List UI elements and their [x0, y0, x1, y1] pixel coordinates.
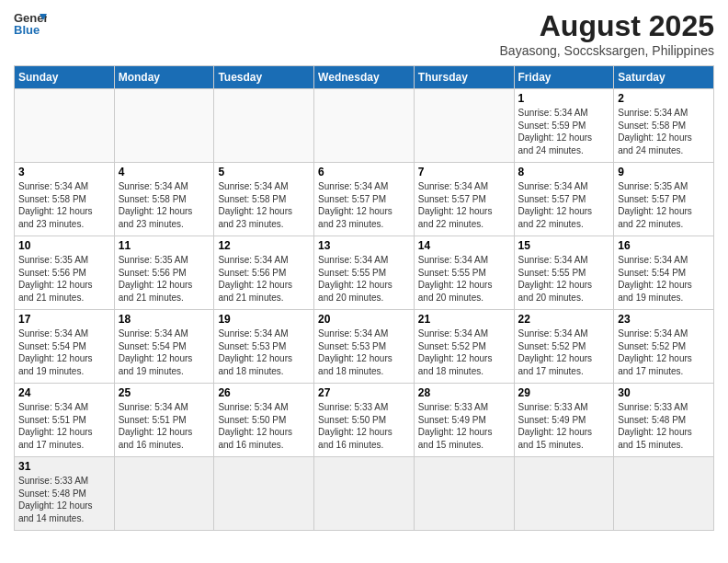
- day-info: Sunrise: 5:34 AM Sunset: 5:55 PM Dayligh…: [418, 254, 510, 304]
- page-header: General Blue August 2025 Bayasong, Soccs…: [14, 9, 714, 58]
- day-info: Sunrise: 5:34 AM Sunset: 5:51 PM Dayligh…: [18, 401, 110, 451]
- day-info: Sunrise: 5:34 AM Sunset: 5:51 PM Dayligh…: [119, 401, 210, 451]
- day-number: 18: [119, 313, 210, 326]
- calendar-cell: 11Sunrise: 5:35 AM Sunset: 5:56 PM Dayli…: [114, 236, 214, 310]
- day-number: 28: [418, 386, 510, 399]
- logo: General Blue: [14, 9, 47, 37]
- day-info: Sunrise: 5:35 AM Sunset: 5:56 PM Dayligh…: [18, 254, 110, 304]
- day-info: Sunrise: 5:34 AM Sunset: 5:56 PM Dayligh…: [218, 254, 310, 304]
- calendar-week-row: 24Sunrise: 5:34 AM Sunset: 5:51 PM Dayli…: [15, 384, 714, 457]
- day-number: 27: [318, 386, 410, 399]
- day-info: Sunrise: 5:34 AM Sunset: 5:55 PM Dayligh…: [518, 254, 610, 304]
- calendar-cell: 25Sunrise: 5:34 AM Sunset: 5:51 PM Dayli…: [114, 384, 214, 457]
- calendar-cell: [414, 89, 514, 163]
- calendar-cell: [314, 457, 415, 531]
- weekday-header: Monday: [114, 66, 214, 89]
- day-number: 19: [218, 313, 310, 326]
- day-number: 5: [218, 166, 310, 178]
- calendar-week-row: 10Sunrise: 5:35 AM Sunset: 5:56 PM Dayli…: [15, 236, 714, 310]
- calendar-cell: 31Sunrise: 5:33 AM Sunset: 5:48 PM Dayli…: [15, 457, 115, 531]
- day-number: 14: [418, 239, 510, 252]
- calendar-week-row: 31Sunrise: 5:33 AM Sunset: 5:48 PM Dayli…: [15, 457, 714, 531]
- day-info: Sunrise: 5:34 AM Sunset: 5:54 PM Dayligh…: [618, 254, 710, 304]
- day-info: Sunrise: 5:34 AM Sunset: 5:55 PM Dayligh…: [318, 254, 410, 304]
- calendar-cell: 30Sunrise: 5:33 AM Sunset: 5:48 PM Dayli…: [614, 384, 714, 457]
- calendar-week-row: 3Sunrise: 5:34 AM Sunset: 5:58 PM Daylig…: [15, 163, 714, 236]
- day-number: 29: [518, 386, 610, 399]
- calendar-cell: [614, 457, 714, 531]
- day-info: Sunrise: 5:34 AM Sunset: 5:59 PM Dayligh…: [518, 107, 610, 156]
- weekday-header: Sunday: [15, 66, 115, 89]
- weekday-header: Friday: [514, 66, 614, 89]
- weekday-header: Saturday: [614, 66, 714, 89]
- calendar-cell: [514, 457, 614, 531]
- day-number: 8: [518, 166, 610, 178]
- calendar-cell: 22Sunrise: 5:34 AM Sunset: 5:52 PM Dayli…: [514, 310, 614, 384]
- calendar-cell: 3Sunrise: 5:34 AM Sunset: 5:58 PM Daylig…: [15, 163, 115, 236]
- day-number: 26: [218, 386, 310, 399]
- day-number: 9: [618, 166, 710, 178]
- calendar-cell: 20Sunrise: 5:34 AM Sunset: 5:53 PM Dayli…: [314, 310, 415, 384]
- day-info: Sunrise: 5:34 AM Sunset: 5:50 PM Dayligh…: [218, 401, 310, 451]
- day-number: 4: [119, 166, 210, 178]
- calendar-week-row: 1Sunrise: 5:34 AM Sunset: 5:59 PM Daylig…: [15, 89, 714, 163]
- day-number: 24: [18, 386, 110, 399]
- day-number: 13: [318, 239, 410, 252]
- day-number: 22: [518, 313, 610, 326]
- calendar-cell: [314, 89, 415, 163]
- calendar-cell: 12Sunrise: 5:34 AM Sunset: 5:56 PM Dayli…: [214, 236, 314, 310]
- day-number: 7: [418, 166, 510, 178]
- calendar-cell: 29Sunrise: 5:33 AM Sunset: 5:49 PM Dayli…: [514, 384, 614, 457]
- calendar-body: 1Sunrise: 5:34 AM Sunset: 5:59 PM Daylig…: [15, 89, 714, 531]
- calendar-cell: 2Sunrise: 5:34 AM Sunset: 5:58 PM Daylig…: [614, 89, 714, 163]
- calendar-cell: [114, 89, 214, 163]
- day-number: 1: [518, 92, 610, 105]
- calendar-cell: 4Sunrise: 5:34 AM Sunset: 5:58 PM Daylig…: [114, 163, 214, 236]
- day-number: 17: [18, 313, 110, 326]
- calendar-cell: 8Sunrise: 5:34 AM Sunset: 5:57 PM Daylig…: [514, 163, 614, 236]
- day-number: 15: [518, 239, 610, 252]
- day-number: 6: [318, 166, 410, 178]
- calendar-cell: 24Sunrise: 5:34 AM Sunset: 5:51 PM Dayli…: [15, 384, 115, 457]
- day-info: Sunrise: 5:35 AM Sunset: 5:57 PM Dayligh…: [618, 180, 710, 230]
- calendar-cell: 5Sunrise: 5:34 AM Sunset: 5:58 PM Daylig…: [214, 163, 314, 236]
- weekday-header: Wednesday: [314, 66, 415, 89]
- day-info: Sunrise: 5:33 AM Sunset: 5:48 PM Dayligh…: [618, 401, 710, 451]
- calendar-cell: 6Sunrise: 5:34 AM Sunset: 5:57 PM Daylig…: [314, 163, 415, 236]
- month-title: August 2025: [500, 9, 714, 43]
- calendar-cell: [15, 89, 115, 163]
- day-info: Sunrise: 5:33 AM Sunset: 5:48 PM Dayligh…: [18, 475, 110, 524]
- weekday-header: Tuesday: [214, 66, 314, 89]
- day-info: Sunrise: 5:34 AM Sunset: 5:52 PM Dayligh…: [518, 327, 610, 377]
- calendar-cell: 17Sunrise: 5:34 AM Sunset: 5:54 PM Dayli…: [15, 310, 115, 384]
- title-block: August 2025 Bayasong, Soccsksargen, Phil…: [500, 9, 714, 58]
- calendar-cell: 13Sunrise: 5:34 AM Sunset: 5:55 PM Dayli…: [314, 236, 415, 310]
- day-info: Sunrise: 5:34 AM Sunset: 5:54 PM Dayligh…: [119, 327, 210, 377]
- day-info: Sunrise: 5:34 AM Sunset: 5:54 PM Dayligh…: [18, 327, 110, 377]
- day-number: 23: [618, 313, 710, 326]
- weekday-header: Thursday: [414, 66, 514, 89]
- calendar-cell: 1Sunrise: 5:34 AM Sunset: 5:59 PM Daylig…: [514, 89, 614, 163]
- calendar-cell: [414, 457, 514, 531]
- calendar-cell: 9Sunrise: 5:35 AM Sunset: 5:57 PM Daylig…: [614, 163, 714, 236]
- calendar-cell: 19Sunrise: 5:34 AM Sunset: 5:53 PM Dayli…: [214, 310, 314, 384]
- day-number: 31: [18, 460, 110, 473]
- calendar-cell: [214, 89, 314, 163]
- calendar-cell: 23Sunrise: 5:34 AM Sunset: 5:52 PM Dayli…: [614, 310, 714, 384]
- calendar-cell: 27Sunrise: 5:33 AM Sunset: 5:50 PM Dayli…: [314, 384, 415, 457]
- day-info: Sunrise: 5:35 AM Sunset: 5:56 PM Dayligh…: [119, 254, 210, 304]
- day-info: Sunrise: 5:34 AM Sunset: 5:57 PM Dayligh…: [418, 180, 510, 230]
- day-number: 21: [418, 313, 510, 326]
- calendar-cell: 7Sunrise: 5:34 AM Sunset: 5:57 PM Daylig…: [414, 163, 514, 236]
- day-info: Sunrise: 5:34 AM Sunset: 5:57 PM Dayligh…: [318, 180, 410, 230]
- day-info: Sunrise: 5:34 AM Sunset: 5:53 PM Dayligh…: [218, 327, 310, 377]
- day-number: 3: [18, 166, 110, 178]
- day-info: Sunrise: 5:34 AM Sunset: 5:52 PM Dayligh…: [618, 327, 710, 377]
- day-info: Sunrise: 5:34 AM Sunset: 5:53 PM Dayligh…: [318, 327, 410, 377]
- day-number: 2: [618, 92, 710, 105]
- svg-text:Blue: Blue: [14, 23, 40, 37]
- calendar-cell: 18Sunrise: 5:34 AM Sunset: 5:54 PM Dayli…: [114, 310, 214, 384]
- calendar-table: SundayMondayTuesdayWednesdayThursdayFrid…: [14, 65, 714, 531]
- day-number: 12: [218, 239, 310, 252]
- calendar-cell: 28Sunrise: 5:33 AM Sunset: 5:49 PM Dayli…: [414, 384, 514, 457]
